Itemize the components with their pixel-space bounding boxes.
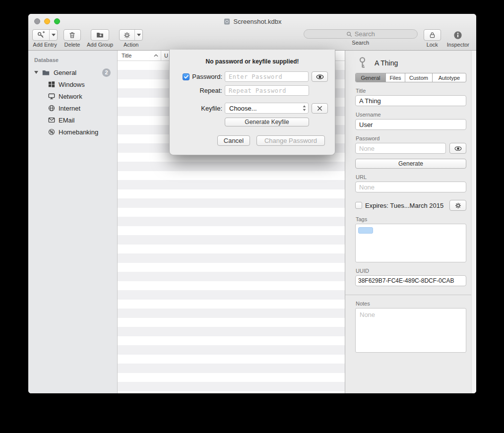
tab-custom[interactable]: Custom bbox=[405, 73, 433, 82]
add-group-tool: Add Group bbox=[87, 29, 113, 48]
repeat-label: Repeat: bbox=[199, 87, 222, 94]
notes-field[interactable]: None bbox=[355, 308, 466, 353]
info-icon bbox=[453, 31, 462, 40]
envelope-icon bbox=[48, 117, 55, 124]
gear-icon bbox=[455, 202, 461, 209]
desktop-background: Screenshot.kdbx Add En bbox=[0, 0, 504, 433]
trash-icon bbox=[68, 31, 76, 39]
windows-icon bbox=[48, 81, 55, 88]
action-dropdown[interactable] bbox=[134, 30, 142, 40]
reveal-new-password-button[interactable] bbox=[312, 71, 328, 82]
sidebar-item-homebanking[interactable]: Homebanking bbox=[28, 126, 117, 138]
action-button[interactable] bbox=[119, 29, 143, 41]
cancel-button[interactable]: Cancel bbox=[217, 135, 250, 146]
eye-icon bbox=[315, 72, 324, 81]
tab-files[interactable]: Files bbox=[386, 73, 405, 82]
close-button[interactable] bbox=[34, 18, 40, 24]
sidebar-item-label: Windows bbox=[59, 81, 85, 88]
add-group-label: Add Group bbox=[87, 42, 113, 48]
column-header-username[interactable]: U bbox=[161, 51, 168, 61]
sidebar-item-email[interactable]: EMail bbox=[28, 114, 117, 126]
search-icon bbox=[346, 31, 352, 37]
close-x-icon bbox=[316, 105, 323, 112]
document-icon bbox=[223, 18, 231, 25]
add-entry-label: Add Entry bbox=[33, 42, 57, 48]
minimize-button[interactable] bbox=[44, 18, 50, 24]
generate-keyfile-button[interactable]: Generate Keyfile bbox=[225, 118, 309, 126]
search-input[interactable]: Search bbox=[304, 29, 418, 39]
sidebar-item-network[interactable]: Network bbox=[28, 90, 117, 102]
percent-circle-icon bbox=[48, 128, 55, 135]
traffic-lights bbox=[34, 18, 60, 24]
sidebar-item-windows[interactable]: Windows bbox=[28, 78, 117, 90]
add-entry-button[interactable] bbox=[32, 29, 58, 41]
change-password-button[interactable]: Change Password bbox=[256, 135, 325, 146]
inspector-label: Inspector bbox=[447, 42, 469, 48]
title-field-label: Title bbox=[356, 88, 466, 94]
dialog-message: No password or keyfile supplied! bbox=[170, 58, 335, 65]
add-group-button[interactable] bbox=[91, 29, 109, 41]
add-entry-tool: Add Entry bbox=[32, 29, 58, 48]
uuid-label: UUID bbox=[356, 268, 466, 274]
inspector-scrollbar[interactable] bbox=[471, 51, 476, 393]
lock-tool: Lock bbox=[424, 29, 441, 48]
sidebar: Database General 2 Windows bbox=[28, 51, 118, 393]
inspector-tabs: General Files Custom Autotype bbox=[355, 73, 466, 82]
generate-password-button[interactable]: Generate bbox=[355, 159, 466, 169]
expires-settings-button[interactable] bbox=[449, 200, 466, 211]
display-icon bbox=[48, 93, 55, 100]
title-field[interactable] bbox=[355, 95, 466, 106]
entry-header: A Thing bbox=[355, 56, 466, 73]
expires-checkbox[interactable] bbox=[355, 202, 362, 209]
sidebar-item-general[interactable]: General 2 bbox=[28, 66, 117, 78]
lock-icon bbox=[429, 31, 436, 39]
search-label: Search bbox=[352, 40, 369, 46]
tab-autotype[interactable]: Autotype bbox=[433, 73, 466, 82]
username-field-label: Username bbox=[356, 112, 466, 118]
uuid-field[interactable] bbox=[355, 275, 466, 286]
clear-keyfile-button[interactable] bbox=[312, 103, 328, 114]
action-label: Action bbox=[124, 42, 139, 48]
reveal-password-button[interactable] bbox=[449, 143, 466, 154]
sidebar-item-label: Internet bbox=[59, 105, 80, 112]
tag-chip[interactable] bbox=[358, 227, 373, 234]
search-placeholder: Search bbox=[355, 30, 375, 38]
folder-plus-icon bbox=[96, 31, 104, 39]
titlebar[interactable]: Screenshot.kdbx bbox=[28, 14, 476, 29]
sidebar-item-label: General bbox=[54, 69, 76, 76]
username-field[interactable] bbox=[355, 119, 466, 130]
column-header-title[interactable]: Title bbox=[118, 51, 161, 61]
sort-ascending-icon bbox=[154, 54, 158, 57]
disclosure-triangle-icon[interactable] bbox=[34, 71, 38, 74]
keyfile-popup[interactable]: Choose... bbox=[225, 103, 309, 114]
url-field-label: URL bbox=[356, 174, 466, 180]
keyfile-selected-value: Choose... bbox=[229, 105, 302, 112]
notes-label: Notes bbox=[356, 301, 466, 307]
key-plus-icon bbox=[37, 31, 45, 39]
lock-button[interactable] bbox=[424, 29, 441, 41]
inspector-button[interactable] bbox=[449, 29, 467, 41]
url-field[interactable] bbox=[355, 182, 466, 192]
repeat-password-input[interactable] bbox=[225, 85, 309, 96]
sidebar-item-label: Homebanking bbox=[59, 128, 98, 136]
divider bbox=[345, 295, 476, 295]
tab-general[interactable]: General bbox=[356, 73, 386, 82]
new-password-input[interactable] bbox=[225, 71, 309, 82]
zoom-button[interactable] bbox=[54, 18, 60, 24]
sidebar-item-label: EMail bbox=[59, 117, 75, 124]
globe-icon bbox=[48, 105, 55, 112]
folder-icon bbox=[42, 68, 50, 77]
window-chrome: Screenshot.kdbx Add En bbox=[28, 14, 476, 51]
toolbar: Add Entry Delete A bbox=[28, 29, 476, 50]
sidebar-item-internet[interactable]: Internet bbox=[28, 102, 117, 114]
eye-icon bbox=[454, 144, 462, 153]
password-field[interactable] bbox=[355, 143, 446, 154]
add-entry-dropdown[interactable] bbox=[49, 30, 57, 40]
check-icon bbox=[184, 74, 189, 79]
password-checkbox[interactable] bbox=[183, 73, 189, 80]
window-title: Screenshot.kdbx bbox=[234, 18, 282, 25]
sidebar-section-header: Database bbox=[28, 51, 117, 66]
delete-button[interactable] bbox=[63, 29, 81, 41]
tags-field[interactable] bbox=[355, 224, 466, 262]
popup-stepper-icon bbox=[302, 105, 307, 112]
